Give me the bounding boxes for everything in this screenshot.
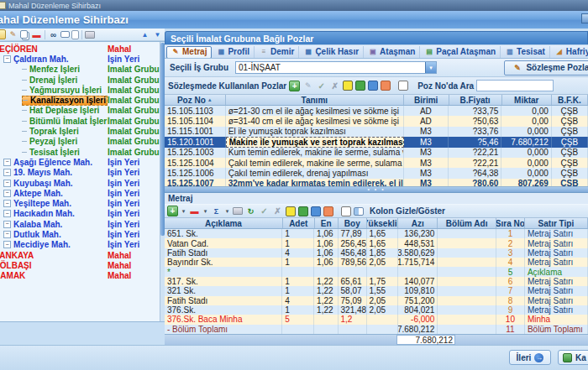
metraj-row[interactable]: Fatih Stadı41,06456,481,853.580,6293Metr… <box>165 248 588 258</box>
tree-item[interactable]: Çaldıran Mah.İşin Yeri <box>0 54 165 64</box>
lookup-icon[interactable]: ✎ <box>302 81 313 91</box>
metraj-row[interactable]: Fatih Stadı41,2275,092,05751,2008Metraj … <box>165 296 588 305</box>
tree-item[interactable]: 19. Mayıs Mah.İşin Yeri <box>0 168 165 178</box>
metraj-column-header[interactable]: Açıklama <box>165 218 283 228</box>
poz-column-header[interactable]: B.F.K. <box>552 95 588 105</box>
tree-item[interactable]: Mecidiye Mah.İşin Yeri <box>0 240 165 250</box>
tree-item[interactable]: Yağmursuyu İşleriİmalat Grubu <box>0 85 165 95</box>
kolon-gizle-goster-button[interactable]: Kolon Gizle/Göster <box>370 206 445 216</box>
tab-ata-man[interactable]: ▣Ataşman <box>365 46 420 59</box>
tree-item[interactable]: Aşağı Eğlence Mah.İşin Yeri <box>0 157 165 167</box>
tree-item[interactable]: GÖLBAŞIMahal <box>0 260 165 270</box>
metraj-column-header[interactable]: Boy <box>339 218 367 228</box>
ileri-button[interactable]: İleri → <box>509 350 551 365</box>
tree-item[interactable]: Bitümlü İmalat İşleriİmalat Grubu <box>0 116 165 126</box>
tab-hafriyat[interactable]: ◢Hafriyat <box>551 46 588 59</box>
tree-item[interactable]: Peyzaj İşleriİmalat Grubu <box>0 137 165 147</box>
poz-row[interactable]: 15.115.1001El ile yumuşak toprak kazılma… <box>165 127 588 137</box>
metraj-column-header[interactable]: Adet <box>283 218 315 228</box>
poz-row[interactable]: 15.125.100732mm'ye kadar kırmataş temin … <box>165 179 588 186</box>
tab-tesisat[interactable]: ▥Tesisat <box>501 46 550 59</box>
poz-column-header[interactable]: B.Fiyatı <box>449 95 502 105</box>
poz-row[interactable]: 15.125.1003Kum temin edilerek, makine il… <box>165 148 588 158</box>
metraj-row[interactable]: 651. Sk.11,0677,891,65136,2301Metraj Sat… <box>165 229 588 238</box>
add-icon[interactable]: + <box>167 206 178 216</box>
tab-profil[interactable]: ▦Profil <box>213 46 255 59</box>
metraj-row[interactable]: *5Açıklama <box>165 267 588 276</box>
metraj-row[interactable]: 376.Sk.11,22321,482,05804,0219Metraj Sat… <box>165 305 588 315</box>
document-icon[interactable] <box>71 30 79 39</box>
sum-icon[interactable]: Σ <box>211 206 222 216</box>
tree-item[interactable]: Kanalizasyon İşleriİmalat Grubu <box>0 95 165 105</box>
remove-icon[interactable]: ▬ <box>189 206 200 216</box>
tree-item[interactable]: Aktepe Mah.İşin Yeri <box>0 188 165 198</box>
metraj-row[interactable]: 376.Sk. Baca Minha51,2-6,00010Minha <box>165 315 588 324</box>
move-up-icon[interactable]: ▲ <box>139 29 150 40</box>
sq-yellow-icon[interactable] <box>286 206 296 216</box>
tree-item[interactable]: Hat Deplase İşleriİmalat Grubu <box>0 106 165 116</box>
tree-item[interactable]: Kalaba Mah.İşin Yeri <box>0 219 165 229</box>
combo-dropdown-icon[interactable]: ▾ <box>425 62 436 73</box>
poz-row[interactable]: 15.105.1104ø=31-40 cm el ile ağaç kesilm… <box>165 116 588 126</box>
tree-scrollbar-thumb[interactable] <box>160 43 165 236</box>
metraj-row[interactable]: 321 Sk.11,2258,071,55109,8107Metraj Satı… <box>165 286 588 295</box>
metraj-column-header[interactable]: Sıra No <box>496 218 525 228</box>
metraj-column-header[interactable]: Bölüm Adı <box>438 218 496 228</box>
apply-icon[interactable]: ✓ <box>316 81 327 91</box>
poz-row[interactable]: 15.125.1004Çakıl temin edilerek, makine … <box>165 158 588 168</box>
metraj-column-header[interactable]: Yükseklik <box>367 218 399 228</box>
new-icon[interactable] <box>0 29 6 39</box>
poz-row[interactable]: 15.120.1001Makine ile yumuşak ve sert to… <box>165 137 588 147</box>
apply-icon[interactable]: ✓ <box>259 206 270 216</box>
kaydet-button-partial[interactable]: Ka <box>558 350 588 365</box>
poz-column-header[interactable]: Miktar <box>502 95 552 105</box>
add-icon[interactable]: + <box>289 81 300 91</box>
tree-item[interactable]: Hacıkadın Mah.İşin Yeri <box>0 209 165 219</box>
poz-column-header[interactable]: Poz No▲ <box>165 95 226 105</box>
tree-item[interactable]: Yeşiltepe Mah.İşin Yeri <box>0 198 165 208</box>
tree-item[interactable]: Drenaj İşleriİmalat Grubu <box>0 75 165 85</box>
print-icon[interactable] <box>233 207 243 215</box>
move-down-icon[interactable]: ▼ <box>152 29 163 40</box>
metraj-column-header[interactable]: Azı <box>398 218 438 228</box>
tree-item[interactable]: Tesisat İşleriİmalat Grubu <box>0 147 165 157</box>
poz-search-input[interactable] <box>476 80 554 91</box>
comment-icon[interactable] <box>60 31 70 38</box>
poz-row[interactable]: 15.105.1103ø=21-30 cm el ile ağaç kesilm… <box>165 106 588 116</box>
poz-row[interactable]: 15.125.1006Çakıl temin edilerek, drenaj … <box>165 168 588 178</box>
sozlesme-pozlari-button[interactable]: ✎ Sözleşme Pozlarını <box>504 60 588 76</box>
metraj-row[interactable]: - Bölüm Toplamı7.680,21211Bölüm Toplamı <box>165 325 588 334</box>
columns-icon[interactable] <box>354 207 364 216</box>
is-grubu-combobox[interactable]: 01-İNŞAAT ▾ <box>235 61 437 74</box>
tab-pa-al-ata-man[interactable]: ▤Paçal Ataşman <box>421 46 501 59</box>
metraj-column-header[interactable]: Satır Tipi <box>525 218 588 228</box>
cancel-icon[interactable]: ✗ <box>272 206 283 216</box>
poz-column-header[interactable]: Birimi <box>404 95 449 105</box>
sq-orange-icon[interactable] <box>323 206 333 216</box>
tree-item[interactable]: Menfez İşleriİmalat Grubu <box>0 65 165 75</box>
tree-item[interactable]: ÇANKAYAMahal <box>0 250 165 260</box>
sq-white-icon[interactable] <box>398 81 408 91</box>
tab-demir[interactable]: ≡Demir <box>255 46 299 59</box>
tree-item[interactable]: Kuyubaşı Mah.İşin Yeri <box>0 178 165 188</box>
tree-scrollbar[interactable] <box>160 42 165 321</box>
metraj-column-header[interactable]: En <box>315 218 339 228</box>
metraj-row[interactable]: Bayındır Sk.11,06789,562,051.715,7144Met… <box>165 258 588 267</box>
tab--elik-has-r[interactable]: ▩Çelik Hasır <box>300 46 364 59</box>
edit-icon[interactable]: ✎ <box>8 29 18 40</box>
sq-white-icon[interactable] <box>341 206 351 216</box>
horizontal-splitter[interactable]: • • • <box>165 186 588 193</box>
sq-blue-icon[interactable] <box>368 81 378 91</box>
tree-item[interactable]: KEÇİÖRENMahal <box>0 44 165 54</box>
refresh-icon[interactable]: ↻ <box>245 206 256 216</box>
metraj-row[interactable]: 317. Sk.11,2265,611,75140,0776Metraj Sat… <box>165 277 588 286</box>
sq-green-icon[interactable] <box>355 81 365 91</box>
sq-blue-icon[interactable] <box>311 206 321 216</box>
tab-metraj[interactable]: ✎Metraj <box>166 46 212 59</box>
delete-icon[interactable]: ▬ <box>31 29 42 40</box>
tree-item[interactable]: MAMAKMahal <box>0 271 165 281</box>
sq-green-icon[interactable] <box>298 206 308 216</box>
sq-yellow-icon[interactable] <box>343 81 353 91</box>
sq-orange-icon[interactable] <box>381 81 391 91</box>
print-icon[interactable] <box>85 31 95 39</box>
